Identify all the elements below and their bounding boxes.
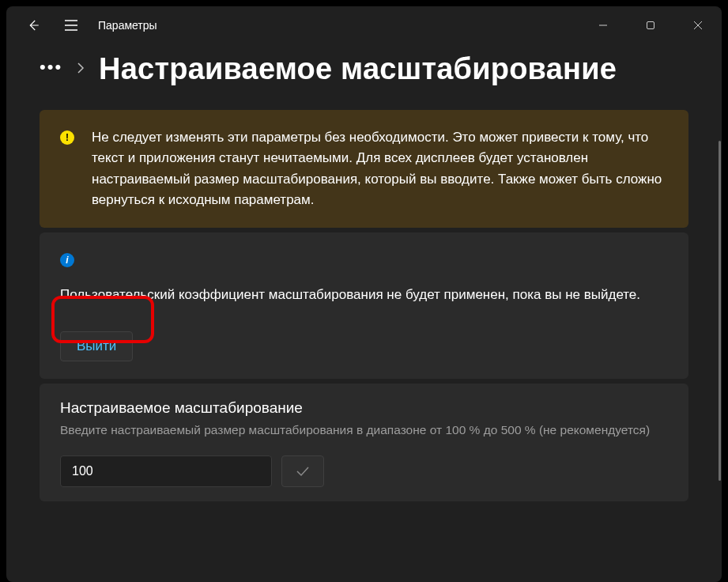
breadcrumb: ••• Настраиваемое масштабирование [40,52,688,86]
custom-scaling-card: Настраиваемое масштабирование Введите на… [40,384,688,502]
chevron-right-icon [77,61,85,77]
signout-wrap: Выйти [60,331,668,361]
maximize-button[interactable] [627,9,674,41]
window-title: Параметры [98,19,157,32]
svg-rect-0 [647,22,654,29]
info-icon: i [60,253,74,267]
breadcrumb-more-button[interactable]: ••• [40,57,62,82]
sign-out-button[interactable]: Выйти [60,331,133,361]
warning-card: ! Не следует изменять эти параметры без … [40,110,688,228]
warning-text: Не следует изменять эти параметры без не… [92,127,668,210]
scale-value-input[interactable] [60,455,272,487]
minimize-button[interactable] [579,9,627,41]
titlebar: Параметры [6,6,722,44]
confirm-scale-button[interactable] [281,455,324,487]
hamburger-menu-button[interactable] [55,9,87,41]
custom-scaling-title: Настраиваемое масштабирование [60,399,668,417]
info-text: Пользовательский коэффициент масштабиров… [60,285,668,305]
scaling-input-row [60,455,668,487]
window-controls [579,9,722,41]
settings-window: Параметры ••• Настраиваемое масштабирова… [6,6,722,582]
back-button[interactable] [17,9,49,41]
custom-scaling-description: Введите настраиваемый размер масштабиров… [60,421,668,439]
scrollbar[interactable] [719,141,721,481]
close-button[interactable] [674,9,722,41]
warning-icon: ! [60,130,74,145]
content-area: ••• Настраиваемое масштабирование ! Не с… [6,44,722,582]
info-card: i Пользовательский коэффициент масштабир… [40,232,688,378]
page-title: Настраиваемое масштабирование [99,52,617,86]
